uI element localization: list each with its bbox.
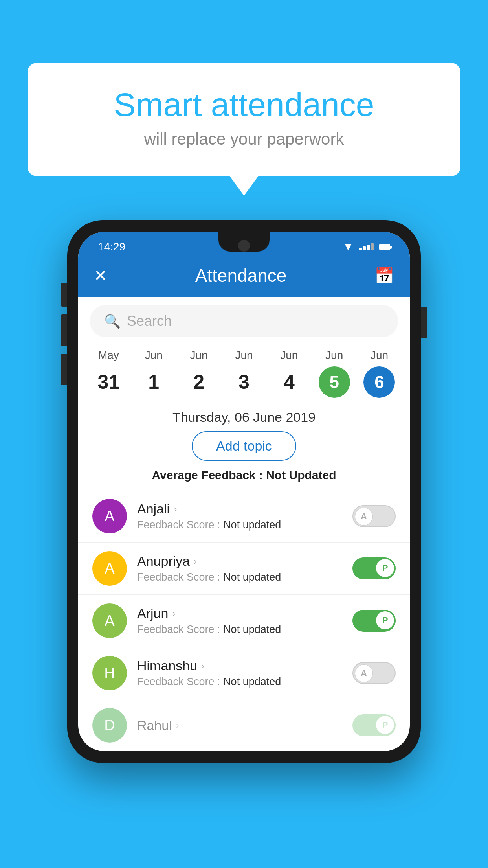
student-item-partial: D Rahul › P xyxy=(78,699,410,751)
avg-feedback-label: Average Feedback : xyxy=(152,469,266,482)
cal-month-0: May xyxy=(98,349,119,362)
cal-date-3: 3 xyxy=(228,366,260,398)
student-info-anjali: Anjali › Feedback Score : Not updated xyxy=(137,501,342,531)
chevron-right-icon: › xyxy=(194,556,197,567)
student-name-partial: Rahul › xyxy=(137,718,342,733)
chevron-right-icon: › xyxy=(172,608,175,619)
wifi-icon: ▼ xyxy=(343,241,354,253)
student-name-arjun: Arjun › xyxy=(137,606,342,621)
student-name-anjali: Anjali › xyxy=(137,501,342,517)
avatar-anupriya: A xyxy=(92,551,127,586)
cal-month-1: Jun xyxy=(145,349,163,362)
student-feedback-anupriya: Feedback Score : Not updated xyxy=(137,571,342,583)
close-button[interactable]: ✕ xyxy=(94,267,107,285)
cal-month-6: Jun xyxy=(371,349,388,362)
toggle-knob-arjun: P xyxy=(376,611,394,629)
silent-button xyxy=(61,354,67,385)
toggle-knob-partial: P xyxy=(376,716,394,734)
battery-icon xyxy=(379,244,390,250)
avatar-himanshu: H xyxy=(92,656,127,690)
toggle-knob-himanshu: A xyxy=(355,664,373,682)
chevron-right-icon: › xyxy=(174,504,177,515)
speech-bubble-subtitle: will replace your paperwork xyxy=(59,130,429,149)
volume-up-button xyxy=(61,283,67,307)
student-feedback-himanshu: Feedback Score : Not updated xyxy=(137,676,342,688)
avg-feedback-value: Not Updated xyxy=(266,469,336,482)
student-name-himanshu: Himanshu › xyxy=(137,658,342,673)
cal-day-3[interactable]: Jun 3 xyxy=(224,349,264,398)
student-info-anupriya: Anupriya › Feedback Score : Not updated xyxy=(137,554,342,583)
cal-date-0: 31 xyxy=(93,366,124,398)
student-name-anupriya: Anupriya › xyxy=(137,554,342,569)
volume-down-button xyxy=(61,314,67,346)
cal-day-6[interactable]: Jun 6 xyxy=(360,349,399,398)
cal-date-6: 6 xyxy=(363,366,395,398)
avatar-arjun: A xyxy=(92,603,127,638)
signal-icon xyxy=(359,243,374,250)
chevron-right-icon: › xyxy=(201,660,204,671)
student-info-partial: Rahul › xyxy=(137,718,342,733)
cal-day-4[interactable]: Jun 4 xyxy=(270,349,309,398)
toggle-knob-anupriya: P xyxy=(376,559,394,577)
student-feedback-anjali: Feedback Score : Not updated xyxy=(137,519,342,531)
search-input[interactable]: Search xyxy=(127,313,172,329)
cal-date-1: 1 xyxy=(138,366,169,398)
status-icons: ▼ xyxy=(343,241,390,253)
status-time: 14:29 xyxy=(98,241,125,253)
student-list: A Anjali › Feedback Score : Not updated … xyxy=(78,490,410,751)
search-icon: 🔍 xyxy=(104,313,121,329)
student-info-arjun: Arjun › Feedback Score : Not updated xyxy=(137,606,342,636)
cal-date-4: 4 xyxy=(273,366,305,398)
avg-feedback-row: Average Feedback : Not Updated xyxy=(78,469,410,490)
phone-frame: 14:29 ▼ ✕ Attend xyxy=(67,220,421,763)
attendance-toggle-arjun[interactable]: P xyxy=(352,610,396,632)
avatar-anjali: A xyxy=(92,499,127,533)
cal-day-2[interactable]: Jun 2 xyxy=(179,349,218,398)
speech-bubble-title: Smart attendance xyxy=(59,86,429,123)
app-bar-title: Attendance xyxy=(195,265,287,286)
phone-notch xyxy=(218,232,270,252)
student-item-himanshu[interactable]: H Himanshu › Feedback Score : Not update… xyxy=(78,647,410,699)
student-feedback-arjun: Feedback Score : Not updated xyxy=(137,623,342,636)
calendar-strip: May 31 Jun 1 Jun 2 Jun 3 Jun 4 xyxy=(78,345,410,398)
student-item-arjun[interactable]: A Arjun › Feedback Score : Not updated P xyxy=(78,594,410,647)
chevron-right-icon: › xyxy=(176,720,179,731)
attendance-toggle-partial: P xyxy=(352,714,396,736)
student-info-himanshu: Himanshu › Feedback Score : Not updated xyxy=(137,658,342,688)
cal-day-5[interactable]: Jun 5 xyxy=(315,349,354,398)
search-bar[interactable]: 🔍 Search xyxy=(90,305,398,337)
attendance-toggle-anjali[interactable]: A xyxy=(352,505,396,527)
avatar-partial: D xyxy=(92,708,127,743)
cal-day-0[interactable]: May 31 xyxy=(89,349,128,398)
attendance-toggle-anupriya[interactable]: P xyxy=(352,557,396,579)
phone-screen: 14:29 ▼ ✕ Attend xyxy=(78,232,410,751)
cal-month-5: Jun xyxy=(325,349,343,362)
selected-date-label: Thursday, 06 June 2019 xyxy=(78,398,410,431)
student-item-anupriya[interactable]: A Anupriya › Feedback Score : Not update… xyxy=(78,542,410,594)
attendance-toggle-himanshu[interactable]: A xyxy=(352,662,396,684)
speech-bubble: Smart attendance will replace your paper… xyxy=(28,63,460,176)
toggle-knob-anjali: A xyxy=(355,508,373,526)
student-item-anjali[interactable]: A Anjali › Feedback Score : Not updated … xyxy=(78,490,410,542)
calendar-button[interactable]: 📅 xyxy=(374,267,394,285)
front-camera xyxy=(238,240,250,252)
cal-date-2: 2 xyxy=(183,366,215,398)
cal-month-3: Jun xyxy=(235,349,253,362)
cal-month-4: Jun xyxy=(280,349,298,362)
power-button xyxy=(421,307,427,338)
add-topic-button[interactable]: Add topic xyxy=(192,431,296,461)
cal-day-1[interactable]: Jun 1 xyxy=(134,349,173,398)
app-bar: ✕ Attendance 📅 xyxy=(78,257,410,297)
cal-month-2: Jun xyxy=(190,349,208,362)
cal-date-5: 5 xyxy=(319,366,350,398)
